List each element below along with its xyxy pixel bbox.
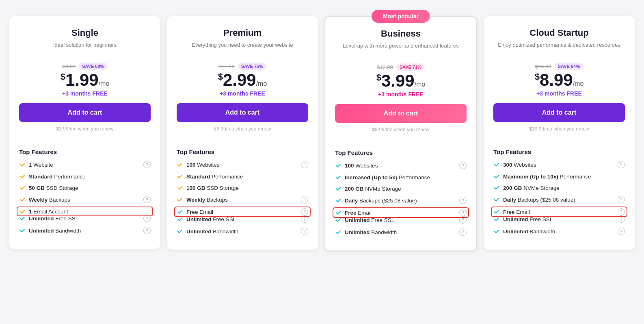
- renew-price-premium: $6.99/mo when you renew: [177, 126, 308, 132]
- info-icon-premium-3[interactable]: ?: [301, 196, 308, 203]
- check-icon-cloud-startup-3: [493, 196, 500, 203]
- add-to-cart-business[interactable]: Add to cart: [335, 104, 467, 123]
- feature-text-premium-1: Standard Performance: [186, 174, 243, 180]
- add-to-cart-premium[interactable]: Add to cart: [177, 103, 308, 122]
- feature-left-cloud-startup-2: 200 GB NVMe Storage: [493, 185, 560, 191]
- info-icon-business-0[interactable]: ?: [459, 162, 467, 169]
- add-to-cart-cloud-startup[interactable]: Add to cart: [493, 103, 625, 122]
- feature-left-single-0: 1 Website: [19, 161, 53, 168]
- feature-item-premium-6: Unlimited Bandwidth ?: [177, 228, 308, 235]
- features-title-premium: Top Features: [177, 148, 308, 155]
- info-icon-business-5[interactable]: ?: [459, 216, 467, 224]
- save-badge-single: SAVE 80%: [79, 63, 107, 70]
- info-icon-cloud-startup-3[interactable]: ?: [618, 196, 625, 203]
- info-icon-premium-5[interactable]: ?: [301, 215, 308, 223]
- info-icon-premium-4[interactable]: ?: [301, 208, 308, 215]
- plan-desc-premium: Everything you need to create your websi…: [177, 41, 308, 56]
- feature-text-premium-2: 100 GB SSD Storage: [186, 185, 239, 191]
- check-icon-business-2: [335, 185, 341, 192]
- feature-left-business-5: Unlimited Free SSL: [335, 217, 394, 223]
- feature-text-cloud-startup-3: Daily Backups ($25.08 value): [503, 197, 575, 203]
- info-icon-business-3[interactable]: ?: [459, 197, 467, 204]
- info-icon-cloud-startup-6[interactable]: ?: [618, 228, 625, 235]
- feature-text-single-4: 1 Email Account: [29, 209, 68, 215]
- check-icon-premium-4: [177, 209, 183, 215]
- feature-left-premium-6: Unlimited Bandwidth: [177, 228, 238, 235]
- info-icon-single-6[interactable]: ?: [143, 227, 151, 234]
- info-icon-single-5[interactable]: ?: [143, 215, 151, 222]
- feature-text-cloud-startup-5: Unlimited Free SSL: [503, 216, 553, 222]
- feature-left-business-2: 200 GB NVMe Storage: [335, 185, 401, 192]
- check-icon-business-1: [335, 174, 341, 180]
- plan-card-premium: PremiumEverything you need to create you…: [167, 16, 318, 250]
- feature-item-single-3: Weekly Backups ?: [19, 196, 151, 203]
- price-row-cloud-startup: $24.99 SAVE 64%: [493, 63, 625, 70]
- feature-text-business-2: 200 GB NVMe Storage: [345, 186, 401, 192]
- check-icon-single-2: [19, 185, 26, 191]
- feature-left-cloud-startup-3: Daily Backups ($25.08 value): [493, 196, 575, 203]
- check-icon-business-0: [335, 162, 341, 169]
- original-price-premium: $11.99: [218, 63, 235, 70]
- price-row-single: $9.99 SAVE 80%: [19, 63, 151, 70]
- feature-item-cloud-startup-1: Maximum (Up to 10x) Performance: [493, 173, 625, 180]
- check-icon-premium-2: [177, 185, 183, 191]
- check-icon-cloud-startup-6: [493, 228, 500, 235]
- info-icon-business-4[interactable]: ?: [459, 209, 467, 216]
- feature-item-premium-5: Unlimited Free SSL ?: [177, 215, 308, 223]
- feature-left-cloud-startup-1: Maximum (Up to 10x) Performance: [493, 173, 591, 180]
- renew-price-business: $8.99/mo when you renew: [335, 127, 467, 133]
- feature-item-business-2: 200 GB NVMe Storage: [335, 185, 467, 192]
- feature-item-cloud-startup-4: Free Email ?: [492, 207, 627, 216]
- feature-left-business-4: Free Email: [335, 209, 372, 216]
- feature-left-cloud-startup-4: Free Email: [493, 209, 530, 215]
- divider-business: [335, 141, 467, 141]
- most-popular-badge: Most popular: [372, 10, 430, 23]
- current-price-cloud-startup: $8.99/mo: [493, 72, 625, 89]
- feature-text-single-1: Standard Performance: [29, 174, 86, 180]
- check-icon-cloud-startup-5: [493, 216, 500, 222]
- add-to-cart-single[interactable]: Add to cart: [19, 103, 151, 122]
- feature-item-single-1: Standard Performance: [19, 173, 151, 180]
- feature-item-premium-2: 100 GB SSD Storage: [177, 185, 308, 191]
- plan-desc-single: Ideal solution for beginners: [19, 41, 151, 56]
- features-title-single: Top Features: [19, 148, 151, 155]
- feature-text-single-5: Unlimited Free SSL: [29, 215, 78, 222]
- info-icon-cloud-startup-4[interactable]: ?: [618, 208, 625, 215]
- save-badge-cloud-startup: SAVE 64%: [555, 63, 583, 70]
- check-icon-premium-6: [177, 228, 183, 235]
- current-price-single: $1.99/mo: [19, 72, 151, 89]
- info-icon-cloud-startup-0[interactable]: ?: [618, 161, 625, 168]
- feature-text-premium-4: Free Email: [186, 209, 213, 215]
- feature-left-single-4: 1 Email Account: [19, 208, 68, 215]
- feature-left-single-3: Weekly Backups: [19, 196, 70, 203]
- info-icon-cloud-startup-5[interactable]: ?: [618, 215, 625, 223]
- divider-single: [19, 140, 151, 140]
- original-price-business: $13.99: [377, 64, 393, 70]
- feature-text-business-1: Increased (Up to 5x) Performance: [345, 174, 430, 180]
- feature-left-business-3: Daily Backups ($25.08 value): [335, 197, 417, 204]
- feature-item-business-0: 100 Websites ?: [335, 162, 467, 169]
- check-icon-single-0: [19, 161, 26, 168]
- feature-left-premium-1: Standard Performance: [177, 173, 243, 180]
- feature-item-premium-4: Free Email ?: [175, 207, 310, 216]
- check-icon-premium-0: [177, 161, 183, 168]
- check-icon-business-4: [335, 209, 341, 216]
- feature-item-single-0: 1 Website ?: [19, 161, 151, 168]
- divider-cloud-startup: [493, 140, 625, 140]
- info-icon-premium-0[interactable]: ?: [301, 161, 308, 168]
- feature-item-premium-0: 100 Websites ?: [177, 161, 308, 168]
- info-icon-single-3[interactable]: ?: [143, 196, 151, 203]
- feature-text-single-2: 50 GB SSD Storage: [29, 185, 78, 191]
- feature-item-single-2: 50 GB SSD Storage: [19, 185, 151, 191]
- renew-price-cloud-startup: $19.99/mo when you renew: [493, 126, 625, 132]
- check-icon-premium-5: [177, 216, 183, 222]
- divider-premium: [177, 140, 308, 140]
- info-icon-business-6[interactable]: ?: [459, 228, 467, 236]
- info-icon-premium-6[interactable]: ?: [301, 228, 308, 235]
- feature-item-business-4: Free Email ?: [333, 208, 468, 217]
- check-icon-single-5: [19, 215, 26, 222]
- info-icon-single-0[interactable]: ?: [143, 161, 151, 168]
- feature-left-business-6: Unlimited Bandwidth: [335, 229, 397, 235]
- check-icon-business-6: [335, 229, 341, 235]
- check-icon-premium-1: [177, 173, 183, 180]
